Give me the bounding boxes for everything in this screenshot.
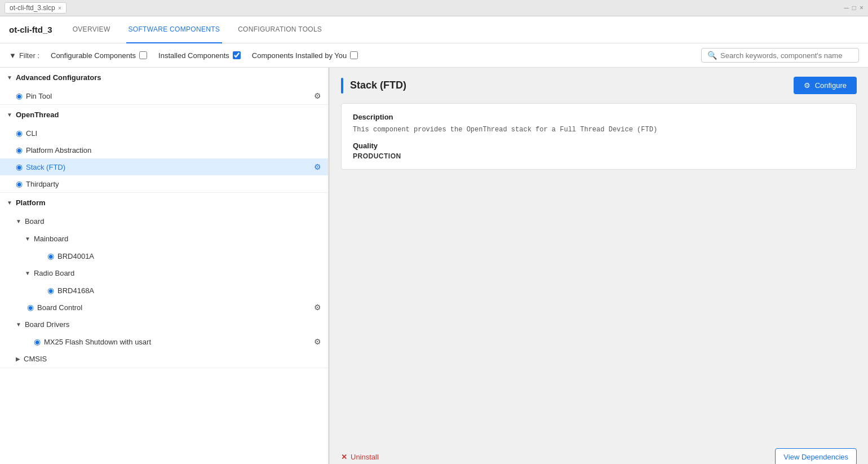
tab-software-components[interactable]: SOFTWARE COMPONENTS	[126, 16, 223, 43]
spacer	[330, 170, 868, 440]
close-icon[interactable]: ×	[58, 5, 61, 11]
item-label: MX25 Flash Shutdown with usart	[44, 338, 151, 346]
check-icon: ◉	[16, 91, 23, 100]
item-label: BRD4001A	[57, 252, 94, 260]
x-icon: ✕	[341, 453, 347, 461]
item-brd4001a[interactable]: ◉ BRD4001A	[18, 248, 328, 264]
tab-overview[interactable]: OVERVIEW	[70, 16, 113, 43]
filter-bar: ▼ Filter : Configurable Components Insta…	[0, 43, 868, 68]
subgroup-board[interactable]: ▼ Board	[9, 213, 328, 230]
group-label: Advanced Configurators	[16, 73, 101, 82]
subgroup-label: Radio Board	[34, 269, 74, 277]
item-label: Thirdparty	[26, 180, 59, 188]
gear-icon[interactable]: ⚙	[314, 91, 321, 100]
window-tab[interactable]: ot-cli-ftd_3.slcp ×	[5, 2, 67, 14]
description-text: This component provides the OpenThread s…	[353, 126, 845, 134]
configure-button[interactable]: ⚙ Configure	[794, 77, 857, 94]
installed-by-you-checkbox[interactable]	[350, 51, 358, 59]
group-platform[interactable]: ▼ Platform	[0, 193, 328, 213]
triangle-icon: ▶	[16, 356, 20, 362]
main-layout: ▼ Advanced Configurators ◉ Pin Tool ⚙ ▼ …	[0, 68, 868, 464]
subgroup-board-drivers-wrapper: ▼ Board Drivers ◉ MX25 Flash Shutdown wi…	[0, 316, 328, 350]
quality-heading: Quality	[353, 142, 845, 150]
uninstall-button[interactable]: ✕ Uninstall	[341, 453, 379, 461]
item-board-control[interactable]: ◉ Board Control ⚙	[9, 299, 328, 316]
triangle-icon: ▼	[7, 74, 12, 81]
item-label: Pin Tool	[26, 92, 52, 100]
view-dependencies-button[interactable]: View Dependencies	[775, 448, 857, 464]
check-icon: ◉	[34, 337, 41, 346]
group-openthread[interactable]: ▼ OpenThread	[0, 105, 328, 125]
check-icon: ◉	[16, 145, 23, 154]
bottom-bar: ✕ Uninstall View Dependencies	[330, 440, 868, 464]
group-label: Platform	[16, 198, 46, 207]
item-platform-abstraction[interactable]: ◉ Platform Abstraction	[0, 142, 328, 158]
search-input[interactable]	[720, 51, 853, 60]
filter-installed: Installed Components	[158, 51, 241, 60]
section-advanced-configurators: ▼ Advanced Configurators ◉ Pin Tool ⚙	[0, 68, 328, 105]
item-cli[interactable]: ◉ CLI	[0, 125, 328, 142]
subgroup-radio-board[interactable]: ▼ Radio Board	[18, 264, 328, 282]
item-label: CLI	[26, 129, 37, 138]
item-label: Platform Abstraction	[26, 146, 91, 154]
triangle-icon: ▼	[25, 236, 30, 242]
section-platform: ▼ Platform ▼ Board ▼ Mainboard ◉	[0, 193, 328, 368]
component-header: Stack (FTD) ⚙ Configure	[330, 68, 868, 103]
configurable-checkbox[interactable]	[139, 51, 147, 59]
check-icon: ◉	[47, 286, 54, 295]
check-icon: ◉	[16, 179, 23, 188]
group-advanced-configurators[interactable]: ▼ Advanced Configurators	[0, 68, 328, 87]
search-box[interactable]: 🔍	[701, 48, 859, 63]
subgroup-cmsis-wrapper: ▶ CMSIS	[0, 350, 328, 368]
subgroup-board-wrapper: ▼ Board ▼ Mainboard ◉ BRD4001A	[0, 213, 328, 316]
filter-label: ▼ Filter :	[9, 51, 39, 60]
check-icon: ◉	[16, 162, 23, 171]
triangle-icon: ▼	[7, 200, 12, 206]
item-thirdparty[interactable]: ◉ Thirdparty	[0, 175, 328, 192]
configure-gear-icon: ⚙	[804, 81, 811, 90]
check-icon: ◉	[27, 303, 34, 312]
minimize-icon[interactable]: ─	[844, 4, 849, 12]
description-card: Description This component provides the …	[341, 103, 857, 170]
subgroup-cmsis[interactable]: ▶ CMSIS	[9, 350, 328, 368]
quality-value: PRODUCTION	[353, 152, 845, 160]
section-openthread: ▼ OpenThread ◉ CLI ◉ Platform Abstractio…	[0, 105, 328, 193]
tab-configuration-tools[interactable]: CONFIGURATION TOOLS	[236, 16, 324, 43]
left-panel: ▼ Advanced Configurators ◉ Pin Tool ⚙ ▼ …	[0, 68, 330, 464]
item-brd4168a[interactable]: ◉ BRD4168A	[18, 282, 328, 299]
component-title: Stack (FTD)	[350, 79, 406, 91]
subgroup-label: Mainboard	[34, 235, 68, 243]
triangle-icon: ▼	[16, 218, 21, 224]
item-stack-ftd[interactable]: ◉ Stack (FTD) ⚙	[0, 158, 328, 175]
triangle-icon: ▼	[16, 321, 21, 328]
funnel-icon: ▼	[9, 51, 16, 60]
group-label: OpenThread	[16, 111, 59, 119]
search-icon: 🔍	[707, 51, 717, 60]
item-label: BRD4168A	[57, 286, 94, 295]
triangle-icon: ▼	[7, 112, 12, 118]
item-label: Stack (FTD)	[26, 163, 65, 171]
installed-checkbox[interactable]	[233, 51, 241, 59]
installed-by-you-label: Components Installed by You	[252, 51, 347, 60]
subgroup-board-drivers[interactable]: ▼ Board Drivers	[9, 316, 328, 333]
check-icon: ◉	[47, 251, 54, 260]
description-heading: Description	[353, 113, 845, 121]
window-tab-label: ot-cli-ftd_3.slcp	[10, 4, 55, 12]
uninstall-label: Uninstall	[351, 453, 379, 461]
subgroup-label: Board Drivers	[25, 320, 69, 329]
view-deps-label: View Dependencies	[783, 453, 848, 461]
close-window-icon[interactable]: ×	[860, 4, 863, 12]
maximize-icon[interactable]: □	[852, 4, 856, 12]
installed-label: Installed Components	[158, 51, 229, 60]
item-pin-tool[interactable]: ◉ Pin Tool ⚙	[0, 87, 328, 104]
subgroup-mainboard-wrapper: ▼ Mainboard ◉ BRD4001A	[9, 230, 328, 264]
component-title-bar: Stack (FTD)	[341, 78, 794, 94]
gear-icon[interactable]: ⚙	[314, 303, 321, 312]
main-header: ot-cli-ftd_3 OVERVIEW SOFTWARE COMPONENT…	[0, 16, 868, 43]
gear-icon[interactable]: ⚙	[314, 162, 321, 171]
item-mx25-flash[interactable]: ◉ MX25 Flash Shutdown with usart ⚙	[9, 333, 328, 350]
subgroup-label: Board	[25, 217, 45, 226]
subgroup-mainboard[interactable]: ▼ Mainboard	[18, 230, 328, 248]
subgroup-radio-board-wrapper: ▼ Radio Board ◉ BRD4168A	[9, 264, 328, 299]
gear-icon[interactable]: ⚙	[314, 337, 321, 346]
